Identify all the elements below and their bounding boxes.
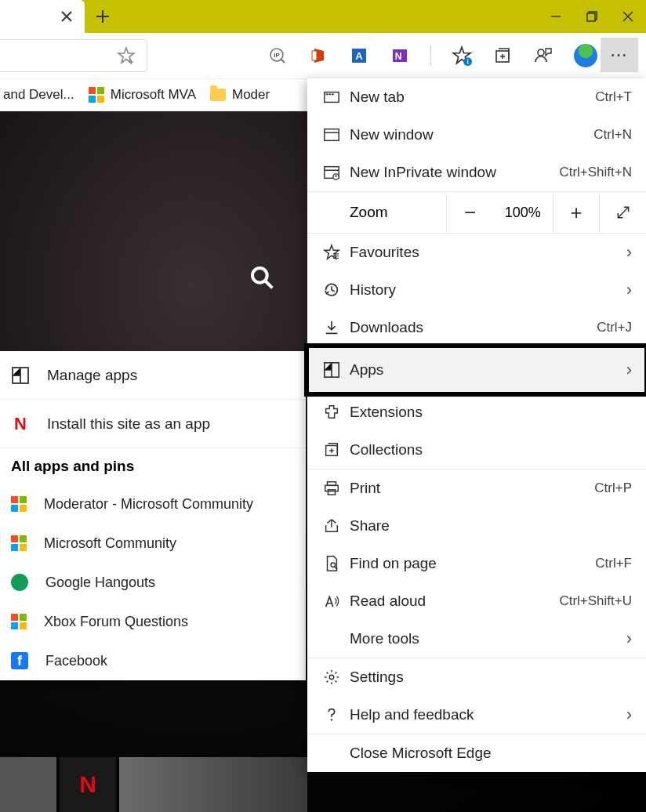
manage-apps-item[interactable]: Manage apps [0,351,306,400]
menu-favourites[interactable]: Favourites › [307,234,646,271]
menu-label: Collections [345,441,632,459]
new-tab-button[interactable] [85,0,121,33]
menu-extensions[interactable]: Extensions [307,393,646,431]
menu-label: Find on page [345,555,595,572]
favourites-toolbar-icon[interactable]: i [452,45,472,66]
feedback-icon[interactable] [533,45,553,66]
svg-rect-27 [328,490,335,495]
add-favourite-icon[interactable] [117,46,136,65]
app-item[interactable]: Microsoft Community [0,524,306,563]
app-label: Microsoft Community [44,535,176,552]
menu-print[interactable]: Print Ctrl+P [307,469,646,507]
svg-text:IP: IP [274,52,280,59]
zoom-value: 100% [493,205,553,221]
menu-shortcut: Ctrl+Shift+U [559,593,632,609]
apps-list-heading: All apps and pins [0,448,306,484]
app-label: Facebook [45,653,107,669]
svg-rect-18 [332,93,334,95]
thumbnail[interactable] [0,757,56,812]
thumbnail[interactable] [119,757,307,812]
menu-shortcut: Ctrl+P [594,480,632,496]
menu-read-aloud[interactable]: Read aloud Ctrl+Shift+U [307,582,646,620]
menu-label: New window [345,126,593,143]
menu-collections[interactable]: Collections [307,431,646,469]
svg-text:i: i [466,58,468,66]
svg-text:A: A [355,50,363,62]
menu-label: Settings [345,669,632,686]
translate-extension-icon[interactable]: A [349,45,369,66]
menu-label: Help and feedback [345,706,626,723]
bookmark-folder[interactable]: Moder [210,87,270,103]
collections-toolbar-icon[interactable] [492,45,513,66]
svg-rect-1 [587,13,595,21]
menu-more-tools[interactable]: More tools › [307,620,646,658]
menu-new-window[interactable]: New window Ctrl+N [307,116,646,154]
extensions-icon [318,404,345,421]
window-titlebar [0,0,646,33]
hangouts-icon [11,574,28,591]
share-icon [318,517,345,535]
app-item[interactable]: Moderator - Microsoft Community [0,484,306,524]
close-tab-icon[interactable] [61,11,72,22]
install-site-as-app-item[interactable]: N Install this site as an app [0,400,306,448]
bookmark-item[interactable]: Microsoft MVA [89,87,196,103]
window-close-button[interactable] [610,0,646,33]
microsoft-logo-icon [11,496,27,512]
menu-new-tab[interactable]: New tab Ctrl+T [307,78,646,116]
office-extension-icon[interactable] [308,45,328,66]
window-minimize-button[interactable] [538,0,574,33]
menu-share[interactable]: Share [307,507,646,545]
menu-label: Close Microsoft Edge [345,745,632,762]
thumbnail-netflix[interactable]: N [60,757,116,812]
print-icon [318,480,345,497]
svg-point-30 [331,719,332,720]
svg-rect-17 [328,93,331,95]
profile-avatar[interactable] [574,44,597,67]
menu-help[interactable]: Help and feedback › [307,696,646,734]
fullscreen-button[interactable] [599,192,646,233]
gear-icon [318,669,345,686]
zoom-in-button[interactable]: + [553,192,600,233]
ip-extension-icon[interactable]: IP [267,45,288,66]
settings-and-more-button[interactable]: ⋯ [601,38,638,72]
menu-label: History [345,281,626,299]
bookmark-item[interactable]: and Devel... [3,87,74,103]
menu-shortcut: Ctrl+T [595,89,632,105]
svg-point-29 [329,675,334,680]
chevron-right-icon: › [626,629,632,649]
active-tab[interactable] [0,0,85,33]
search-icon [249,265,274,290]
menu-label: New InPrivate window [345,164,559,181]
chevron-right-icon: › [626,360,632,380]
app-item[interactable]: Google Hangouts [0,563,306,602]
menu-apps[interactable]: Apps › [307,346,646,393]
bookmark-label: Microsoft MVA [111,87,196,103]
menu-label: Extensions [345,404,632,421]
onenote-extension-icon[interactable]: N [390,45,410,66]
window-maximize-button[interactable] [574,0,610,33]
site-search[interactable] [249,265,274,290]
menu-settings[interactable]: Settings [307,658,646,696]
menu-new-inprivate[interactable]: New InPrivate window Ctrl+Shift+N [307,154,646,191]
menu-downloads[interactable]: Downloads Ctrl+J [307,309,646,346]
svg-text:N: N [395,51,402,62]
app-item[interactable]: f Facebook [0,641,306,680]
menu-close-edge[interactable]: Close Microsoft Edge [307,734,646,772]
collections-icon [318,441,345,459]
content-thumbnails: N [0,757,307,812]
history-icon [318,281,345,299]
menu-history[interactable]: History › [307,271,646,309]
bookmark-label: and Devel... [3,87,74,103]
svg-point-12 [538,49,544,56]
zoom-out-button[interactable]: − [446,192,493,233]
browser-toolbar: IP A N i ⋯ [0,33,646,78]
menu-find-on-page[interactable]: Find on page Ctrl+F [307,545,646,582]
apps-icon [11,366,30,385]
apps-submenu: Manage apps N Install this site as an ap… [0,351,306,680]
microsoft-logo-icon [89,87,104,103]
svg-rect-19 [325,129,339,141]
chevron-right-icon: › [626,705,632,725]
address-bar[interactable] [0,39,147,72]
app-item[interactable]: Xbox Forum Questions [0,602,306,641]
menu-shortcut: Ctrl+J [597,320,632,335]
